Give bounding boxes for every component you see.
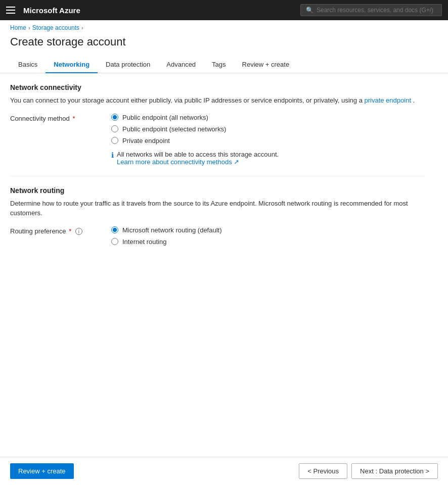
connectivity-info-note: ℹ All networks will be able to access th… [111, 151, 279, 166]
tab-review-create[interactable]: Review + create [234, 57, 298, 73]
breadcrumb-home[interactable]: Home [10, 24, 26, 31]
tab-networking[interactable]: Networking [46, 57, 98, 73]
section-divider [10, 176, 425, 176]
network-connectivity-section: Network connectivity You can connect to … [10, 83, 425, 166]
search-icon: 🔍 [306, 7, 313, 14]
radio-private-endpoint-input[interactable] [111, 137, 118, 144]
external-link-icon: ↗ [234, 158, 239, 166]
radio-ms-routing-input[interactable] [111, 226, 118, 233]
radio-public-selected[interactable]: Public endpoint (selected networks) [111, 125, 279, 133]
routing-options: Microsoft network routing (default) Inte… [111, 226, 222, 246]
search-bar[interactable]: 🔍 [300, 4, 442, 16]
network-connectivity-desc: You can connect to your storage account … [10, 95, 425, 106]
tab-advanced[interactable]: Advanced [158, 57, 204, 73]
main-content: Network connectivity You can connect to … [0, 73, 435, 262]
radio-public-all[interactable]: Public endpoint (all networks) [111, 114, 279, 121]
private-endpoint-link[interactable]: private endpoint [364, 96, 411, 104]
info-icon: ℹ [111, 151, 114, 159]
network-routing-section: Network routing Determine how to route y… [10, 186, 425, 246]
tooltip-icon-routing[interactable]: i [75, 228, 82, 235]
breadcrumb: Home › Storage accounts › [0, 20, 448, 33]
breadcrumb-sep-1: › [28, 25, 30, 31]
network-routing-heading: Network routing [10, 186, 425, 195]
tab-tags[interactable]: Tags [204, 57, 234, 73]
routing-label: Routing preference * i [10, 226, 111, 235]
radio-internet-routing-input[interactable] [111, 238, 118, 245]
radio-private-endpoint[interactable]: Private endpoint [111, 137, 279, 144]
required-marker: * [72, 115, 75, 122]
routing-preference-row: Routing preference * i Microsoft network… [10, 226, 425, 246]
topbar: Microsoft Azure 🔍 [0, 0, 448, 20]
connectivity-options: Public endpoint (all networks) Public en… [111, 114, 279, 166]
network-connectivity-heading: Network connectivity [10, 83, 425, 91]
required-marker-routing: * [69, 227, 71, 235]
app-title: Microsoft Azure [23, 6, 80, 15]
search-input[interactable] [317, 7, 436, 14]
tab-bar: Basics Networking Data protection Advanc… [0, 57, 448, 73]
page-title: Create storage account [0, 33, 448, 57]
radio-ms-routing[interactable]: Microsoft network routing (default) [111, 226, 222, 234]
hamburger-menu[interactable] [6, 7, 15, 14]
tab-data-protection[interactable]: Data protection [98, 57, 158, 73]
radio-public-all-input[interactable] [111, 114, 118, 121]
connectivity-label: Connectivity method * [10, 114, 111, 122]
tab-basics[interactable]: Basics [10, 57, 46, 73]
connectivity-method-row: Connectivity method * Public endpoint (a… [10, 114, 425, 166]
breadcrumb-storage-accounts[interactable]: Storage accounts [32, 24, 79, 31]
network-routing-desc: Determine how to route your traffic as i… [10, 199, 425, 218]
radio-internet-routing[interactable]: Internet routing [111, 238, 222, 246]
learn-more-link[interactable]: Learn more about connectivity methods ↗ [117, 158, 239, 166]
radio-public-selected-input[interactable] [111, 125, 118, 132]
breadcrumb-sep-2: › [81, 25, 83, 31]
